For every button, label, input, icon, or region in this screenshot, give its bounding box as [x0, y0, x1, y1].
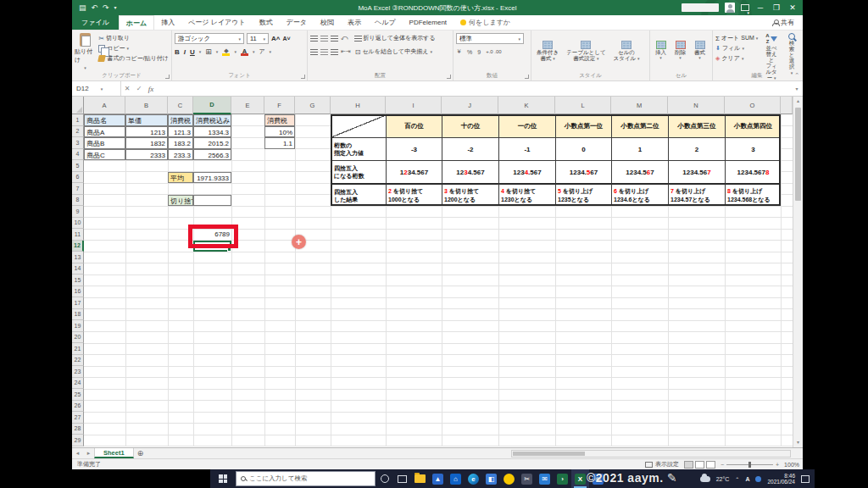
- comma-style-icon[interactable]: 9: [477, 49, 481, 55]
- ribbon-tab-数式[interactable]: 数式: [253, 15, 280, 30]
- merge-center-button[interactable]: ⊡セルを結合して中央揃え▾: [355, 47, 432, 57]
- vertical-scrollbar[interactable]: ▴ ▾: [793, 97, 803, 447]
- delete-cells-button[interactable]: 削除▾: [672, 41, 688, 61]
- column-header-K[interactable]: K: [498, 97, 555, 114]
- row-header-12[interactable]: 12: [72, 241, 84, 252]
- row-header-15[interactable]: 15: [72, 274, 84, 286]
- cell-C1[interactable]: 消費税: [168, 114, 193, 126]
- cell-F2[interactable]: 10%: [264, 126, 295, 138]
- edge-icon[interactable]: e: [465, 469, 482, 488]
- cancel-icon[interactable]: ✕: [121, 85, 133, 92]
- row-header-2[interactable]: 2: [72, 126, 84, 138]
- align-bottom-icon[interactable]: [331, 36, 338, 42]
- temperature[interactable]: 22°C: [716, 476, 730, 482]
- row-header-26[interactable]: 26: [72, 401, 84, 413]
- fill-button[interactable]: ⬇フィル▾: [715, 43, 758, 53]
- ribbon-tab-表示[interactable]: 表示: [341, 15, 368, 30]
- fill-color-icon[interactable]: ◆: [222, 48, 230, 56]
- cell-B2[interactable]: 1213: [125, 126, 168, 138]
- borders-icon[interactable]: ⊞: [205, 47, 212, 56]
- redo-icon[interactable]: ↷: [103, 0, 109, 15]
- scroll-up-icon[interactable]: ▴: [793, 97, 803, 106]
- format-cells-button[interactable]: 書式▾: [692, 41, 708, 61]
- column-header-A[interactable]: A: [84, 97, 125, 114]
- undo-icon[interactable]: ↶: [92, 0, 98, 15]
- column-header-B[interactable]: B: [125, 97, 168, 114]
- cell-D4[interactable]: 2566.3: [193, 149, 231, 161]
- row-header-8[interactable]: 8: [72, 195, 84, 207]
- increase-font-icon[interactable]: A˄: [271, 35, 280, 42]
- row-header-18[interactable]: 18: [72, 309, 84, 321]
- taskbar-search-input[interactable]: ここに入力して検索: [236, 471, 376, 486]
- ribbon-tab-挿入[interactable]: 挿入: [154, 15, 181, 30]
- row-header-14[interactable]: 14: [72, 263, 84, 275]
- decimal-icons[interactable]: +.0 .00: [486, 49, 502, 54]
- save-icon[interactable]: ▤: [79, 0, 86, 15]
- row-header-27[interactable]: 27: [72, 412, 84, 424]
- collapse-ribbon-icon[interactable]: ⌃: [794, 72, 799, 79]
- column-header-N[interactable]: N: [668, 97, 725, 114]
- insert-cells-button[interactable]: 挿入▾: [653, 41, 669, 61]
- paste-button[interactable]: 貼り付け▾: [75, 33, 96, 70]
- italic-button[interactable]: I: [184, 48, 186, 56]
- cell-D3[interactable]: 2015.2: [193, 137, 231, 149]
- cell-B4[interactable]: 2333: [125, 149, 168, 161]
- font-name-select[interactable]: 游ゴシック▾: [175, 33, 244, 44]
- align-top-icon[interactable]: [310, 36, 318, 42]
- font-color-icon[interactable]: A: [241, 48, 248, 56]
- cell-C4[interactable]: 233.3: [168, 149, 193, 161]
- page-layout-view-icon[interactable]: [695, 461, 704, 469]
- app-yellow-icon[interactable]: [500, 469, 518, 488]
- cell-styles-button[interactable]: セルのスタイル ▾: [611, 41, 643, 62]
- cell-F1[interactable]: 消費税: [264, 114, 295, 126]
- horizontal-scrollbar[interactable]: [511, 450, 791, 458]
- row-header-11[interactable]: 11: [72, 229, 84, 241]
- column-header-partial[interactable]: [781, 97, 793, 114]
- find-select-button[interactable]: 検索と選択 ▾: [785, 33, 798, 76]
- cell-A2[interactable]: 商品A: [84, 126, 125, 138]
- restore-button[interactable]: ❐: [771, 3, 782, 12]
- share-button[interactable]: 共有: [764, 15, 803, 30]
- cell-F3[interactable]: 1.1: [264, 137, 295, 149]
- ime-indicator[interactable]: A: [745, 476, 749, 482]
- zoom-level[interactable]: 100%: [784, 462, 799, 468]
- underline-button[interactable]: U: [190, 48, 195, 56]
- taskbar-clock[interactable]: 8:46 2021/06/24: [767, 473, 795, 485]
- enter-icon[interactable]: ✓: [133, 85, 145, 92]
- cut-button[interactable]: ✂切り取り: [98, 33, 169, 43]
- worksheet[interactable]: ABCDEFGHIJKLMNO1234567891011121314151617…: [72, 97, 793, 447]
- start-button[interactable]: [210, 469, 236, 488]
- app-blue-icon[interactable]: ◧: [482, 469, 500, 488]
- cell-A4[interactable]: 商品C: [84, 149, 125, 161]
- row-header-9[interactable]: 9: [72, 206, 84, 218]
- cell-A1[interactable]: 商品名: [84, 114, 125, 126]
- tell-me-box[interactable]: 何をしますか: [453, 15, 517, 30]
- bold-button[interactable]: B: [175, 48, 180, 56]
- cell-B1[interactable]: 単価: [125, 114, 168, 126]
- zoom-out-icon[interactable]: −: [721, 462, 724, 468]
- currency-icon[interactable]: ￥: [456, 47, 462, 56]
- cell-D6[interactable]: 1971.9333: [193, 172, 231, 184]
- store-icon[interactable]: ⌂: [447, 469, 465, 488]
- column-header-M[interactable]: M: [611, 97, 668, 114]
- row-header-16[interactable]: 16: [72, 286, 84, 298]
- row-header-22[interactable]: 22: [72, 355, 84, 367]
- scroll-down-icon[interactable]: ▾: [793, 438, 803, 447]
- snip-icon[interactable]: ✂: [518, 469, 536, 488]
- column-header-O[interactable]: O: [725, 97, 781, 114]
- ribbon-tab-ホーム[interactable]: ホーム: [119, 15, 154, 30]
- indent-icons[interactable]: ⇤⇥: [341, 48, 351, 55]
- align-middle-icon[interactable]: [320, 36, 328, 42]
- page-break-view-icon[interactable]: [706, 461, 715, 469]
- font-size-select[interactable]: 11▾: [247, 33, 269, 44]
- formula-input[interactable]: [157, 81, 791, 96]
- cell-B3[interactable]: 1832: [125, 137, 168, 149]
- column-header-E[interactable]: E: [231, 97, 264, 114]
- account-name[interactable]: [682, 3, 719, 12]
- dialog-launcher-icon[interactable]: [301, 75, 305, 79]
- account-avatar-icon[interactable]: [725, 3, 735, 13]
- column-header-C[interactable]: C: [168, 97, 193, 114]
- column-header-J[interactable]: J: [442, 97, 498, 114]
- ribbon-display-options-icon[interactable]: [741, 4, 749, 11]
- row-header-24[interactable]: 24: [72, 378, 84, 390]
